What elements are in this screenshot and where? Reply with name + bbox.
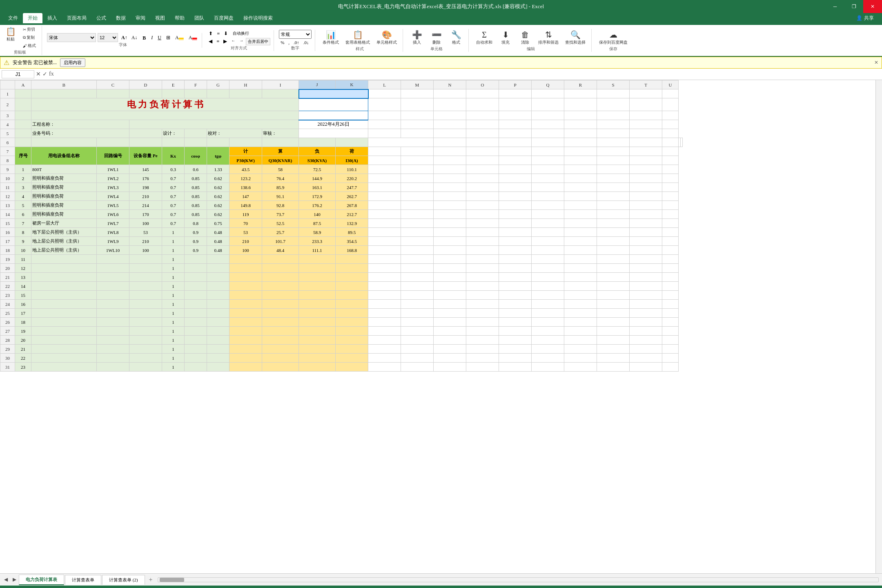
percent-btn[interactable]: %	[279, 40, 286, 45]
sheet-tab-3[interactable]: 计算查表单 (2)	[102, 575, 145, 585]
align-center-btn[interactable]: ≡	[215, 38, 221, 45]
col-header-n[interactable]: N	[434, 80, 466, 89]
underline-btn[interactable]: U	[156, 34, 163, 42]
ribbon-tab-公式[interactable]: 公式	[91, 13, 111, 23]
table-style-btn[interactable]: 📋 套用表格格式	[343, 29, 372, 46]
col-header-r[interactable]: R	[564, 80, 597, 89]
col-header-k[interactable]: K	[336, 80, 368, 89]
col-header-o[interactable]: O	[466, 80, 499, 89]
format-painter-button[interactable]: 🖌格式	[20, 42, 38, 49]
italic-btn[interactable]: I	[149, 34, 154, 42]
delete-btn[interactable]: ➖ 删除	[428, 29, 445, 46]
col-header-h[interactable]: H	[229, 80, 262, 89]
ribbon-tab-审阅[interactable]: 审阅	[131, 13, 150, 23]
cell-group: ➕ 插入 ➖ 删除 🔧 格式 单元格	[405, 29, 469, 52]
close-btn[interactable]: ✕	[863, 0, 882, 13]
clear-btn[interactable]: 🗑 清除	[516, 29, 534, 46]
font-size-select[interactable]: 12	[98, 33, 118, 42]
merge-center-btn[interactable]: 合并后居中	[246, 38, 270, 45]
spreadsheet[interactable]: A B C D E F G H I J K L M N O P Q	[0, 80, 875, 573]
enable-content-btn[interactable]: 启用内容	[60, 58, 85, 67]
number-label: 数字	[291, 45, 299, 51]
col-header-l[interactable]: L	[368, 80, 401, 89]
col-header-f[interactable]: F	[185, 80, 207, 89]
ribbon-tab-插入[interactable]: 插入	[42, 13, 62, 23]
bold-btn[interactable]: B	[140, 34, 148, 42]
indent-decrease-btn[interactable]: ←	[229, 38, 237, 45]
format-btn[interactable]: 🔧 格式	[447, 29, 465, 46]
col-header-e[interactable]: E	[162, 80, 185, 89]
fill-color-btn[interactable]: A▬	[174, 34, 185, 42]
save-cloud-btn[interactable]: ☁ 保存到百度网盘	[597, 29, 630, 46]
vertical-scrollbar[interactable]	[875, 80, 882, 573]
align-middle-btn[interactable]: ≡	[215, 30, 221, 37]
col-header-b[interactable]: B	[31, 80, 97, 89]
conditional-format-btn[interactable]: 📊 条件格式	[320, 29, 341, 46]
font-color-btn[interactable]: A▬	[187, 34, 199, 42]
row-number-24: 24	[0, 300, 15, 309]
sheet-tab-2[interactable]: 计算查表单	[65, 575, 101, 585]
col-header-c[interactable]: C	[97, 80, 129, 89]
window-controls[interactable]: ─ ❐ ✕	[826, 0, 882, 13]
decrease-decimal-btn[interactable]: .0↓	[302, 40, 311, 45]
paste-button[interactable]: 📋 粘贴	[2, 26, 20, 43]
col-header-j[interactable]: J	[299, 80, 336, 89]
formula-input[interactable]	[56, 71, 880, 78]
font-name-select[interactable]: 宋体	[47, 33, 96, 42]
confirm-formula-icon[interactable]: ✓	[42, 71, 47, 78]
horizontal-scrollbar[interactable]	[158, 577, 879, 582]
ribbon-tab-帮助[interactable]: 帮助	[170, 13, 189, 23]
fill-btn[interactable]: ⬇ 填充	[497, 29, 514, 46]
col-header-q[interactable]: Q	[532, 80, 564, 89]
align-bottom-btn[interactable]: ⬇	[222, 30, 229, 37]
minimize-btn[interactable]: ─	[826, 0, 844, 13]
sheet-nav-right[interactable]: ▶	[10, 576, 19, 584]
cancel-formula-icon[interactable]: ✕	[36, 71, 41, 78]
insert-function-icon[interactable]: fx	[49, 71, 54, 78]
ribbon-tab-数据[interactable]: 数据	[111, 13, 131, 23]
ribbon-tab-团队[interactable]: 团队	[189, 13, 209, 23]
ribbon-tab-页面布局[interactable]: 页面布局	[62, 13, 91, 23]
number-format-select[interactable]: 常规	[279, 30, 312, 39]
border-btn[interactable]: ⊞	[165, 34, 172, 42]
font-shrink-btn[interactable]: A↓	[130, 34, 139, 42]
cut-button[interactable]: ✂剪切	[20, 26, 38, 33]
col-header-u[interactable]: U	[662, 80, 679, 89]
col-header-s[interactable]: S	[597, 80, 630, 89]
col-header-g[interactable]: G	[207, 80, 229, 89]
find-select-btn[interactable]: 🔍 查找和选择	[563, 29, 588, 46]
cell-reference-input[interactable]	[2, 70, 34, 78]
copy-button[interactable]: ⧉复制	[20, 34, 38, 41]
maximize-btn[interactable]: ❐	[844, 0, 863, 13]
wrap-text-btn[interactable]: 自动换行	[230, 30, 252, 37]
font-grow-btn[interactable]: A↑	[120, 34, 129, 42]
align-left-btn[interactable]: ◀	[207, 38, 214, 45]
comma-btn[interactable]: ,	[287, 40, 291, 45]
sheet-tab-1[interactable]: 电力负荷计算表	[19, 575, 64, 585]
add-sheet-btn[interactable]: +	[146, 575, 156, 584]
col-header-i[interactable]: I	[262, 80, 299, 89]
align-right-btn[interactable]: ▶	[222, 38, 229, 45]
col-header-d[interactable]: D	[129, 80, 162, 89]
sort-btn[interactable]: ⇅ 排序和筛选	[536, 29, 561, 46]
col-header-t[interactable]: T	[630, 80, 662, 89]
ribbon-tab-操作说明搜索[interactable]: 操作说明搜索	[238, 13, 278, 23]
ribbon-tab-视图[interactable]: 视图	[150, 13, 170, 23]
cell-style-btn[interactable]: 🎨 单元格样式	[374, 29, 399, 46]
insert-btn[interactable]: ➕ 插入	[408, 29, 426, 46]
close-security-bar-btn[interactable]: ✕	[874, 60, 878, 66]
ribbon-tab-文件[interactable]: 文件	[3, 13, 23, 23]
align-top-btn[interactable]: ⬆	[207, 30, 214, 37]
sheet-nav-left[interactable]: ◀	[2, 576, 10, 584]
col-header-a[interactable]: A	[15, 80, 31, 89]
ribbon-tab-百度网盘[interactable]: 百度网盘	[209, 13, 238, 23]
auto-sum-btn[interactable]: Σ 自动求和	[474, 29, 495, 46]
scrollbar-thumb	[160, 578, 184, 582]
increase-decimal-btn[interactable]: .0↑	[292, 40, 301, 45]
indent-increase-btn[interactable]: →	[238, 38, 245, 45]
ribbon-tab-开始[interactable]: 开始	[23, 13, 42, 23]
col-header-p[interactable]: P	[499, 80, 532, 89]
col-header-m[interactable]: M	[401, 80, 434, 89]
share-button[interactable]: 👤共享	[851, 13, 879, 23]
security-text: 安全警告 宏已被禁...	[13, 59, 57, 66]
